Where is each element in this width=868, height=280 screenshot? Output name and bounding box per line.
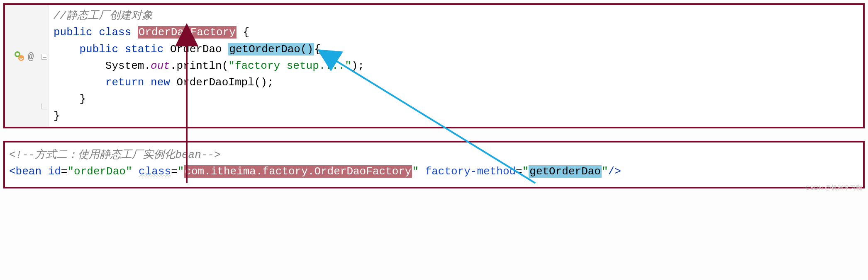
eq1: =: [61, 165, 68, 178]
eq3: =: [516, 165, 522, 178]
svg-point-1: [16, 53, 19, 56]
kw-new: new: [151, 76, 170, 89]
xml-comment: <!--方式二：使用静态工厂实例化bean-->: [9, 149, 221, 161]
kw-public: public: [54, 26, 93, 39]
attr-class: class: [139, 165, 171, 178]
stmt-end: );: [351, 60, 364, 72]
val-id: "orderDao": [67, 165, 132, 178]
watermark-text: CSDN @机器学习咖: [805, 184, 862, 192]
val-class-q2: ": [412, 165, 419, 178]
fold-start-icon[interactable]: [41, 54, 47, 60]
annotation-marker: @: [28, 51, 34, 63]
method-brace: {: [314, 43, 321, 56]
fold-end-icon[interactable]: [41, 104, 47, 109]
tag-name: bean: [16, 165, 41, 178]
kw-public-2: public: [79, 43, 118, 56]
stmt-println: .println(: [170, 60, 228, 72]
stmt-string: "factory setup....": [228, 60, 351, 72]
stmt-out: out: [151, 60, 170, 72]
tag-open: <: [9, 165, 16, 178]
tag-close: />: [608, 165, 621, 178]
kw-static: static: [125, 43, 164, 56]
val-class-q1: ": [178, 165, 184, 178]
xml-code-box: <!--方式二：使用静态工厂实例化bean--> <bean id="order…: [3, 141, 865, 188]
stmt-system: System.: [105, 60, 151, 72]
val-fm-body: getOrderDao: [529, 165, 602, 178]
eq2: =: [171, 165, 178, 178]
attr-id: id: [48, 165, 61, 178]
brace-close-2: }: [54, 110, 60, 122]
code-comment: //静态工厂创建对象: [54, 10, 153, 22]
spring-bean-icon: [13, 51, 25, 65]
attr-fm: factory-method: [425, 165, 516, 178]
method-name-highlight: getOrderDao(): [228, 43, 314, 56]
svg-point-2: [18, 55, 24, 61]
java-code-box: @ //静态工厂创建对象 public class OrderDaoFactor…: [3, 3, 865, 128]
editor-gutter: @: [5, 5, 49, 127]
java-code: //静态工厂创建对象 public class OrderDaoFactory …: [49, 5, 369, 127]
val-fm-q1: ": [522, 165, 529, 178]
kw-class: class: [99, 26, 131, 39]
val-class-body: com.itheima.factory.OrderDaoFactory: [184, 165, 412, 178]
impl: OrderDaoImpl();: [176, 76, 273, 89]
val-fm-q2: ": [602, 165, 608, 178]
kw-return: return: [105, 76, 144, 89]
brace-close-1: }: [79, 93, 86, 105]
brace-open: {: [237, 26, 249, 39]
ret-type: OrderDao: [170, 43, 222, 56]
class-name-highlight: OrderDaoFactory: [138, 26, 237, 39]
